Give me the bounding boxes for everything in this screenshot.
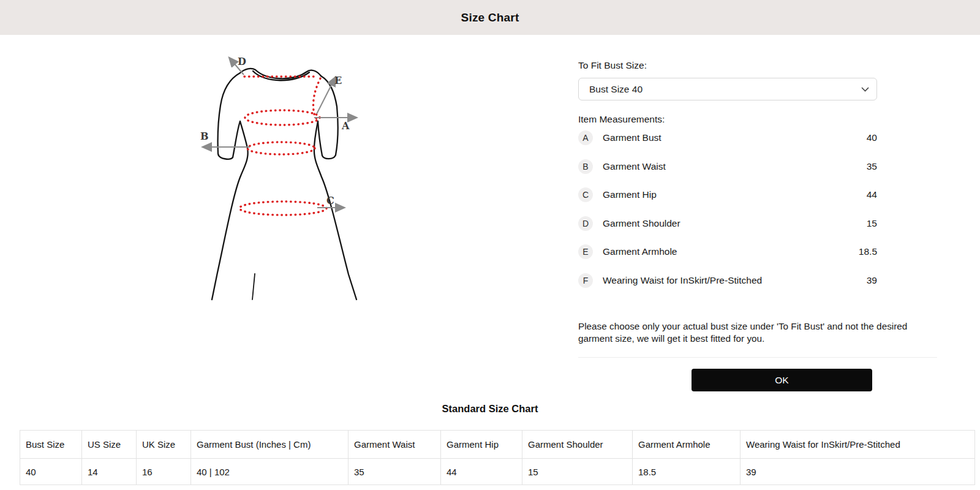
diagram-label-e: E <box>334 75 342 86</box>
size-chart-cell: 16 <box>137 459 191 485</box>
size-chart-cell: 40 <box>20 459 82 485</box>
dress-measurement-diagram: A B C D E <box>193 49 371 303</box>
diagram-label-a: A <box>341 120 350 132</box>
size-chart-cell: 39 <box>741 459 975 485</box>
diagram-label-d: D <box>238 56 246 67</box>
ok-button[interactable]: OK <box>692 369 872 391</box>
column-header: US Size <box>82 431 137 459</box>
measurements-list: AGarment Bust40BGarment Waist35CGarment … <box>578 124 877 295</box>
to-fit-bust-size-label: To Fit Bust Size: <box>578 60 647 71</box>
measurement-key-badge: A <box>578 130 593 145</box>
size-chart-header-row: Bust SizeUS SizeUK SizeGarment Bust (Inc… <box>20 431 975 459</box>
measurement-value: 40 <box>867 132 877 143</box>
measurement-key-badge: F <box>578 273 593 288</box>
size-chart-cell: 40 | 102 <box>191 459 349 485</box>
measurement-name: Garment Waist <box>603 161 666 172</box>
measurement-row: BGarment Waist35 <box>578 153 877 181</box>
measurement-value: 44 <box>867 189 877 200</box>
measurement-key-badge: B <box>578 159 593 174</box>
size-chart-cell: 18.5 <box>633 459 741 485</box>
bust-size-select[interactable]: Bust Size 40 <box>578 78 877 100</box>
diagram-label-b: B <box>200 130 209 142</box>
column-header: Garment Bust (Inches | Cm) <box>191 431 349 459</box>
divider <box>578 357 937 358</box>
measurement-row: EGarment Armhole18.5 <box>578 238 877 266</box>
column-header: Wearing Waist for InSkirt/Pre-Stitched <box>741 431 975 459</box>
dress-outline <box>212 69 356 300</box>
column-header: Garment Shoulder <box>522 431 633 459</box>
measurement-value: 15 <box>867 218 877 229</box>
standard-size-chart-title: Standard Size Chart <box>0 403 980 415</box>
column-header: Garment Waist <box>349 431 441 459</box>
measurement-key-badge: E <box>578 244 593 259</box>
measurement-key-badge: D <box>578 216 593 231</box>
measurement-value: 35 <box>867 161 877 172</box>
measurement-name: Garment Bust <box>603 132 662 143</box>
measurement-name: Garment Hip <box>603 189 657 200</box>
size-chart-page: Size Chart <box>0 0 980 490</box>
size-chart-row: 40141640 | 10235441518.539 <box>20 459 975 485</box>
measurement-name: Wearing Waist for InSkirt/Pre-Stitched <box>603 275 762 286</box>
measurement-key-badge: C <box>578 187 593 202</box>
measurement-value: 39 <box>867 275 877 286</box>
page-title: Size Chart <box>461 11 519 24</box>
column-header: Garment Armhole <box>633 431 741 459</box>
size-chart-cell: 14 <box>82 459 137 485</box>
bust-size-select-wrap: Bust Size 40 <box>578 78 877 100</box>
size-chart-cell: 44 <box>441 459 522 485</box>
header: Size Chart <box>0 0 980 35</box>
column-header: Bust Size <box>20 431 82 459</box>
standard-size-chart-table: Bust SizeUS SizeUK SizeGarment Bust (Inc… <box>20 430 975 485</box>
measurement-row: DGarment Shoulder15 <box>578 209 877 238</box>
measurement-row: FWearing Waist for InSkirt/Pre-Stitched3… <box>578 266 877 295</box>
diagram-label-c: C <box>326 195 334 206</box>
measurement-name: Garment Shoulder <box>603 218 680 229</box>
size-chart-cell: 35 <box>349 459 441 485</box>
size-chart-cell: 15 <box>522 459 633 485</box>
measurement-marks <box>239 77 326 215</box>
measurement-row: AGarment Bust40 <box>578 124 877 153</box>
column-header: UK Size <box>137 431 191 459</box>
fit-note-text: Please choose only your actual bust size… <box>578 320 930 344</box>
measurement-row: CGarment Hip44 <box>578 181 877 209</box>
measurement-name: Garment Armhole <box>603 246 677 257</box>
column-header: Garment Hip <box>441 431 522 459</box>
measurement-value: 18.5 <box>859 246 877 257</box>
